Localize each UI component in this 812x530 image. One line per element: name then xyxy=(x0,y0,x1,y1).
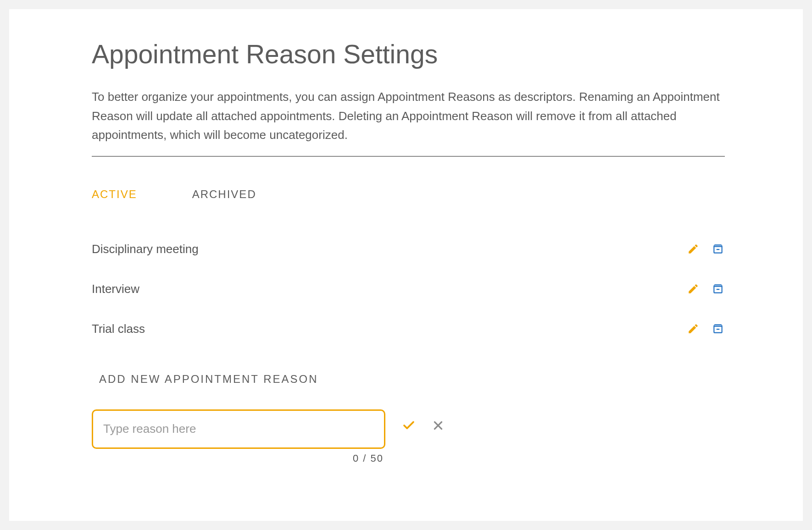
edit-button[interactable] xyxy=(686,282,700,296)
char-counter: 0 / 50 xyxy=(353,453,384,464)
edit-button[interactable] xyxy=(686,242,700,256)
settings-card: Appointment Reason Settings To better or… xyxy=(9,9,803,521)
archive-button[interactable] xyxy=(711,282,725,296)
tab-archived[interactable]: ARCHIVED xyxy=(192,188,256,201)
archive-button[interactable] xyxy=(711,242,725,256)
reason-input[interactable] xyxy=(92,409,385,449)
cancel-button[interactable] xyxy=(432,420,444,431)
reason-label: Interview xyxy=(92,282,139,296)
add-row: 0 / 50 xyxy=(92,409,725,449)
archive-icon xyxy=(712,283,724,295)
reason-row: Interview xyxy=(92,269,725,309)
page-description: To better organize your appointments, yo… xyxy=(92,88,725,145)
reason-row: Trial class xyxy=(92,309,725,349)
reason-label: Trial class xyxy=(92,322,145,336)
tabs: ACTIVE ARCHIVED xyxy=(92,188,725,201)
close-icon xyxy=(432,420,444,431)
confirm-button[interactable] xyxy=(402,419,416,432)
archive-icon xyxy=(712,323,724,335)
input-wrap: 0 / 50 xyxy=(92,409,385,449)
reason-row: Disciplinary meeting xyxy=(92,229,725,269)
tab-active[interactable]: ACTIVE xyxy=(92,188,137,201)
pencil-icon xyxy=(687,323,699,335)
archive-button[interactable] xyxy=(711,322,725,336)
reason-label: Disciplinary meeting xyxy=(92,242,199,256)
row-actions xyxy=(686,322,725,336)
edit-button[interactable] xyxy=(686,322,700,336)
check-icon xyxy=(402,419,416,432)
pencil-icon xyxy=(687,283,699,295)
pencil-icon xyxy=(687,243,699,255)
row-actions xyxy=(686,242,725,256)
reason-list: Disciplinary meeting Interview xyxy=(92,229,725,349)
page-title: Appointment Reason Settings xyxy=(92,39,725,69)
archive-icon xyxy=(712,243,724,255)
add-section-label: ADD NEW APPOINTMENT REASON xyxy=(92,373,725,386)
row-actions xyxy=(686,282,725,296)
divider xyxy=(92,156,725,157)
